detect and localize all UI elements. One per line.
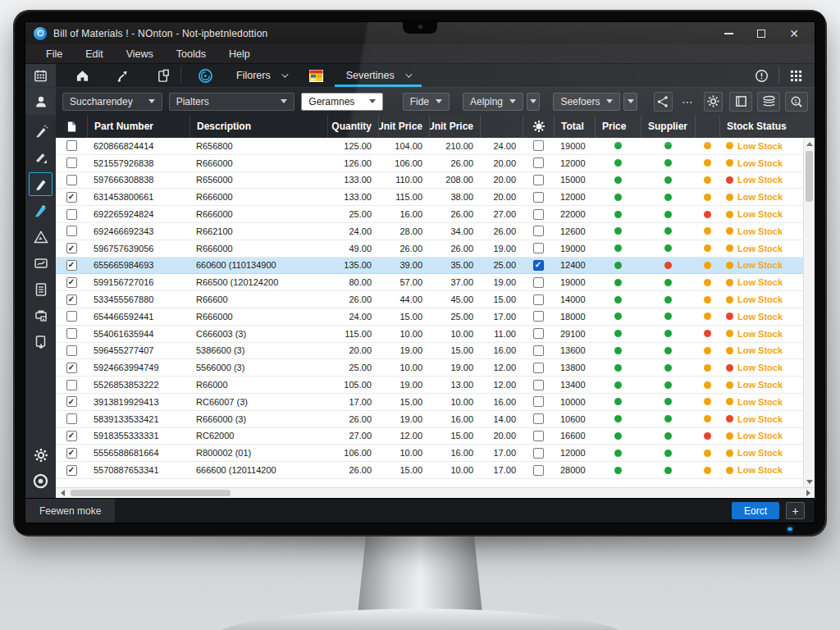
table-row[interactable]: 5526853853222 R66000 105.00 19.00 13.00 … [56, 377, 803, 394]
table-row[interactable]: ✓ 655665984693 660600 (110134900 135.00 … [56, 258, 803, 275]
flag-checkbox[interactable] [533, 345, 544, 356]
row-checkbox[interactable] [66, 380, 77, 390]
header-description[interactable]: Description [189, 115, 327, 138]
table-row[interactable]: 521557926838 R666000 126.00 106.00 26.00… [56, 155, 803, 172]
minimize-button[interactable] [723, 28, 734, 39]
brush-tool-button[interactable] [29, 120, 52, 144]
flag-checkbox[interactable] [533, 140, 544, 151]
layers-button[interactable] [757, 92, 780, 112]
combo-geramnes[interactable]: Geramnes [301, 93, 382, 111]
annotation-tool-button[interactable] [29, 251, 52, 275]
document-tool-button[interactable] [29, 277, 52, 301]
dropdown-pialters[interactable]: Pialters [169, 93, 295, 111]
row-checkbox[interactable]: ✓ [66, 260, 77, 271]
table-row[interactable]: 5839133533421 R666000 (3) 26.00 19.00 16… [56, 411, 803, 428]
table-row[interactable]: 554061635944 C666003 (3) 115.00 10.00 10… [56, 326, 803, 343]
table-row[interactable]: ✓ 5556588681664 R800002 (01) 106.00 10.0… [56, 445, 803, 462]
header-unit-price-1[interactable]: Unit Price [378, 115, 429, 138]
row-checkbox[interactable] [66, 140, 77, 151]
status-tab[interactable]: Feewen moke [25, 499, 115, 523]
menu-file[interactable]: File [35, 46, 73, 62]
seefoers-split-button[interactable] [623, 93, 637, 111]
frame-view-button[interactable] [729, 92, 752, 112]
row-checkbox[interactable] [66, 311, 77, 322]
row-checkbox[interactable] [66, 345, 77, 356]
route-button[interactable] [107, 64, 139, 87]
more-button[interactable]: ⋯ [679, 92, 698, 112]
pencil-tool-button[interactable] [29, 146, 52, 170]
dropdown-seefoers[interactable]: Seefoers [553, 93, 620, 111]
scroll-right-arrow[interactable] [801, 488, 815, 498]
table-row[interactable]: 597666308838 R656000 133.00 110.00 208.0… [56, 172, 803, 189]
table-row[interactable]: ✓ 599156727016 R66500 (120124200 80.00 5… [56, 274, 803, 291]
dropdown-fide[interactable]: Fide [403, 93, 450, 111]
settings-button[interactable] [704, 92, 723, 112]
table-row[interactable]: 620866824414 R656800 125.00 104.00 210.0… [56, 138, 803, 155]
flag-checkbox[interactable] [533, 192, 544, 203]
flag-checkbox[interactable] [533, 465, 544, 476]
horizontal-scroll-thumb[interactable] [71, 490, 231, 496]
row-checkbox[interactable]: ✓ [66, 363, 77, 373]
flag-checkbox[interactable] [533, 311, 544, 322]
calendar-button[interactable] [25, 64, 56, 87]
row-checkbox[interactable] [66, 175, 77, 185]
tab-filorers[interactable]: Filorers [221, 64, 301, 87]
flag-checkbox[interactable] [533, 328, 544, 339]
row-checkbox[interactable] [66, 158, 77, 168]
header-unit-price-2[interactable]: Unit Price [429, 115, 480, 138]
flag-checkbox[interactable] [533, 175, 544, 185]
menu-help[interactable]: Help [218, 46, 261, 62]
flag-checkbox[interactable] [533, 226, 544, 236]
header-supplier[interactable]: Supplier [641, 115, 695, 138]
row-checkbox[interactable] [66, 328, 77, 339]
maximize-button[interactable] [756, 28, 767, 39]
primary-action-button[interactable]: Eorct [732, 502, 779, 519]
flag-checkbox[interactable] [533, 294, 544, 305]
table-row[interactable]: ✓ 3913819929413 RC66007 (3) 17.00 15.00 … [56, 394, 803, 411]
header-part-number[interactable]: Part Number [87, 115, 189, 138]
table-row[interactable]: ✓ 5924663994749 5566000 (3) 25.00 10.00 … [56, 359, 803, 377]
header-stock-status[interactable]: Stock Status [719, 115, 815, 138]
print-tool-button[interactable] [29, 304, 52, 327]
menu-edit[interactable]: Edit [75, 46, 114, 62]
row-checkbox[interactable]: ✓ [66, 192, 77, 203]
flag-checkbox[interactable] [533, 413, 544, 424]
share-button[interactable] [654, 92, 673, 112]
vertical-scrollbar[interactable] [803, 138, 815, 487]
vertical-scroll-thumb[interactable] [806, 151, 813, 202]
record-target-button[interactable] [29, 469, 52, 493]
row-checkbox[interactable]: ✓ [66, 243, 77, 253]
row-checkbox[interactable]: ✓ [66, 465, 77, 476]
user-button[interactable] [25, 88, 56, 115]
table-row[interactable]: ✓ 5570887653341 666600 (120114200 26.00 … [56, 462, 803, 479]
table-row[interactable]: ✓ 5918355333331 RC62000 27.00 12.00 15.0… [56, 428, 803, 445]
table-row[interactable]: 596455277407 5386600 (3) 20.00 19.00 15.… [56, 343, 803, 360]
header-quantity[interactable]: Quantity [327, 115, 378, 138]
row-checkbox[interactable] [66, 413, 77, 424]
zoom-button[interactable]: 1 [785, 92, 808, 112]
header-select-column[interactable] [56, 115, 87, 138]
info-button[interactable] [746, 64, 777, 87]
flag-checkbox[interactable] [533, 380, 544, 390]
add-button[interactable]: + [786, 502, 805, 519]
scroll-up-arrow[interactable] [804, 138, 815, 149]
row-checkbox[interactable]: ✓ [66, 431, 77, 441]
highlighter-tool-button[interactable] [29, 199, 52, 222]
close-button[interactable]: ✕ [788, 28, 800, 39]
flag-checkbox[interactable] [533, 448, 544, 459]
horizontal-scroll-track[interactable] [69, 488, 801, 498]
row-checkbox[interactable]: ✓ [66, 396, 77, 407]
header-price[interactable]: Price [595, 115, 641, 138]
row-checkbox[interactable] [66, 226, 77, 236]
table-row[interactable]: ✓ 533455567880 R66600 26.00 44.00 45.00 … [56, 291, 803, 308]
table-row[interactable]: 692466692343 R662100 24.00 28.00 34.00 2… [56, 223, 803, 240]
paste-button[interactable] [148, 64, 179, 87]
sidebar-settings-button[interactable] [29, 443, 52, 467]
aelplng-split-button[interactable] [527, 93, 540, 111]
row-checkbox[interactable] [66, 209, 77, 220]
table-row[interactable]: 692265924824 R666000 25.00 16.00 26.00 2… [56, 206, 803, 223]
vertical-scroll-track[interactable] [804, 149, 815, 476]
row-checkbox[interactable]: ✓ [66, 277, 77, 288]
scroll-down-arrow[interactable] [804, 476, 815, 487]
shape-tool-button[interactable] [29, 225, 52, 249]
